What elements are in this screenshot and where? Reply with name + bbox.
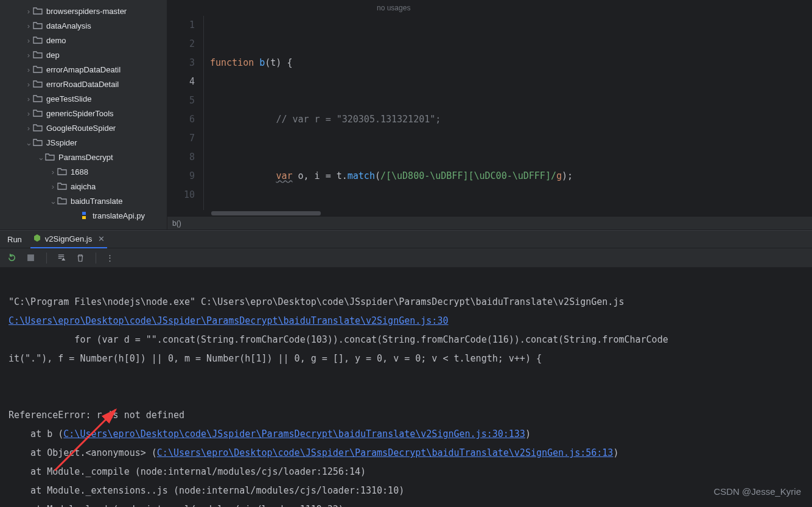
folder-icon: [57, 181, 67, 191]
tree-item[interactable]: ⌄JSspider: [0, 135, 167, 150]
line-gutter: 12345678910: [167, 16, 204, 210]
tree-label: demo: [46, 36, 66, 45]
chevron-icon: ⌄: [24, 138, 33, 147]
tree-item[interactable]: ›errorRoadDataDetail: [0, 77, 167, 91]
folder-icon: [57, 196, 67, 206]
chevron-icon: ›: [49, 182, 57, 191]
rerun-icon[interactable]: [7, 253, 17, 263]
chevron-icon: ›: [24, 94, 33, 103]
tree-label: JSspider: [46, 138, 77, 147]
horizontal-scrollbar[interactable]: [167, 210, 812, 216]
tree-label: ParamsDecrypt: [58, 153, 113, 162]
tree-item[interactable]: ›genericSpiderTools: [0, 106, 167, 121]
python-file-icon: [79, 211, 89, 220]
console-link[interactable]: C:\Users\epro\Desktop\code\JSspider\Para…: [157, 447, 614, 458]
folder-icon: [33, 94, 43, 103]
console-text: at Module.load (node:internal/modules/cj…: [9, 504, 344, 507]
tree-label: translateApi.py: [93, 211, 145, 220]
folder-icon: [45, 152, 55, 162]
console-text: it("."), f = Number(h[0]) || 0, m = Numb…: [9, 353, 542, 364]
chevron-icon: ›: [24, 109, 33, 118]
tree-label: errorAmapDataDeatil: [46, 65, 121, 74]
folder-icon: [33, 35, 43, 45]
console-command: "C:\Program Files\nodejs\node.exe" C:\Us…: [9, 296, 624, 307]
tree-label: dep: [46, 51, 60, 60]
console-text: at Module._extensions..js (node:internal…: [9, 485, 404, 496]
folder-icon: [33, 21, 43, 30]
console-output[interactable]: "C:\Program Files\nodejs\node.exe" C:\Us…: [0, 268, 812, 507]
watermark: CSDN @Jesse_Kyrie: [713, 482, 801, 501]
folder-icon: [33, 123, 43, 133]
tree-label: geeTestSlide: [46, 94, 91, 103]
chevron-icon: ⌄: [49, 197, 57, 206]
chevron-icon: ›: [49, 167, 57, 177]
usages-hint: no usages: [372, 0, 410, 15]
tree-label: browserspiders-master: [46, 7, 127, 16]
tree-label: genericSpiderTools: [46, 109, 114, 118]
run-label: Run: [7, 235, 22, 244]
breadcrumb[interactable]: b(): [167, 216, 812, 229]
tree-item[interactable]: ›GoogleRouteSpider: [0, 121, 167, 135]
tree-label: errorRoadDataDetail: [46, 80, 119, 89]
console-link[interactable]: C:\Users\epro\Desktop\code\JSspider\Para…: [63, 428, 525, 439]
tree-item[interactable]: ›dep: [0, 47, 167, 62]
tree-item[interactable]: ⌄ParamsDecrypt: [0, 150, 167, 164]
svg-rect-0: [27, 254, 34, 261]
console-text: for (var d = "".concat(String.fromCharCo…: [9, 334, 668, 345]
tree-item[interactable]: ›dataAnalysis: [0, 18, 167, 33]
chevron-icon: ›: [24, 7, 33, 16]
tree-item[interactable]: ⌄baiduTranslate: [0, 194, 167, 208]
folder-icon: [33, 138, 43, 147]
run-tab-label: v2SignGen.js: [45, 234, 92, 243]
tree-item[interactable]: ›1688: [0, 164, 167, 179]
console-link[interactable]: C:\Users\epro\Desktop\code\JSspider\Para…: [9, 315, 448, 326]
folder-icon: [33, 108, 43, 118]
tree-label: dataAnalysis: [46, 21, 91, 30]
tree-label: baiduTranslate: [71, 197, 123, 206]
folder-icon: [57, 167, 67, 177]
tree-item[interactable]: ›browserspiders-master: [0, 4, 167, 18]
console-text: at Object.<anonymous> (: [9, 447, 157, 458]
tree-label: aiqicha: [71, 182, 96, 191]
code-area[interactable]: function b(t) { // var r = "320305.13132…: [204, 16, 812, 210]
code-editor[interactable]: no usages 12345678910 function b(t) { //…: [167, 0, 812, 229]
folder-icon: [33, 65, 43, 74]
chevron-icon: ›: [24, 80, 33, 89]
tree-item[interactable]: translateApi.py: [0, 208, 167, 223]
run-panel-header: Run v2SignGen.js ✕: [0, 230, 812, 248]
tree-item[interactable]: ›geeTestSlide: [0, 91, 167, 106]
tree-label: 1688: [71, 167, 88, 177]
tree-label: GoogleRouteSpider: [46, 124, 116, 133]
more-icon[interactable]: ⋮: [106, 253, 116, 263]
console-error: ReferenceError: r is not defined: [9, 410, 184, 421]
chevron-icon: ⌄: [37, 153, 45, 162]
project-tree[interactable]: ›browserspiders-master›dataAnalysis›demo…: [0, 0, 167, 229]
console-text: at b (: [9, 428, 63, 439]
console-text: at Module._compile (node:internal/module…: [9, 466, 366, 477]
close-icon[interactable]: ✕: [98, 234, 105, 243]
folder-icon: [33, 79, 43, 89]
tree-item[interactable]: ›aiqicha: [0, 179, 167, 194]
folder-icon: [33, 50, 43, 60]
nodejs-icon: [33, 234, 41, 244]
folder-icon: [33, 6, 43, 16]
tree-item[interactable]: ›errorAmapDataDeatil: [0, 62, 167, 77]
run-toolbar: ⋮: [0, 248, 812, 268]
tree-item[interactable]: ›demo: [0, 33, 167, 47]
stop-icon[interactable]: [27, 253, 37, 263]
trash-icon[interactable]: [76, 253, 86, 263]
chevron-icon: ›: [24, 65, 33, 74]
chevron-icon: ›: [24, 51, 33, 60]
scroll-to-end-icon[interactable]: [57, 253, 66, 263]
run-tab[interactable]: v2SignGen.js ✕: [30, 230, 107, 248]
chevron-icon: ›: [24, 124, 33, 133]
chevron-icon: ›: [24, 21, 33, 30]
chevron-icon: ›: [24, 36, 33, 45]
